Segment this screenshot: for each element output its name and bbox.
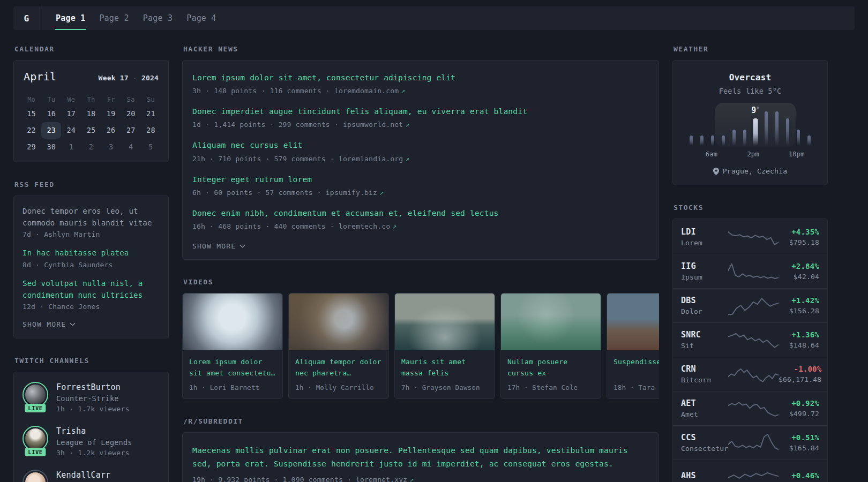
video-card[interactable]: Nullam posuere cursus ex 17h · Stefan Co… <box>500 293 601 399</box>
news-item-stats: 3h · 148 points · 116 comments · <box>192 87 334 95</box>
stock-change-percent: +1.36% <box>789 330 819 339</box>
video-thumbnail[interactable] <box>183 293 282 350</box>
calendar-day: 28 <box>141 122 161 139</box>
video-title-link[interactable]: Nullam posuere cursus ex <box>507 356 594 379</box>
hackernews-show-more-button[interactable]: SHOW MORE <box>192 242 649 250</box>
page-tab[interactable]: Page 3 <box>136 6 179 30</box>
calendar-week-number: Week 17 <box>99 74 129 82</box>
video-thumbnail[interactable] <box>289 293 388 350</box>
stock-quote: +1.36% $148.64 <box>789 330 819 349</box>
reddit-post-title-link[interactable]: Maecenas mollis pulvinar erat non posuer… <box>192 444 649 471</box>
weather-time-label <box>737 150 747 158</box>
app-logo[interactable]: G <box>13 6 40 30</box>
news-domain-link[interactable]: ipsumify.biz <box>326 189 377 197</box>
twitch-channel-row[interactable]: LIVE ForrestBurton Counter-Strike 1h · 1… <box>23 382 160 413</box>
external-link-icon[interactable]: ↗ <box>401 87 405 95</box>
calendar-day: 20 <box>121 106 141 122</box>
stock-row[interactable]: LDI Lorem +4.35% $795.18 <box>673 220 827 254</box>
stock-row[interactable]: DBS Dolor +1.42% $156.28 <box>673 288 827 322</box>
live-badge: LIVE <box>25 448 46 456</box>
avatar-image <box>25 472 46 482</box>
calendar-widget-title: CALENDAR <box>14 45 169 53</box>
external-link-icon[interactable]: ↗ <box>405 120 409 129</box>
news-domain-link[interactable]: loremlandia.org <box>339 155 403 163</box>
video-thumbnail[interactable] <box>395 293 495 350</box>
twitch-channel-row[interactable]: KendallCarr <box>23 470 160 482</box>
video-thumbnail[interactable] <box>501 293 601 350</box>
news-domain-link[interactable]: loremdomain.com <box>334 87 399 95</box>
video-card[interactable]: Aliquam tempor dolor nec pharetra… 1h · … <box>288 293 389 399</box>
channel-info: ForrestBurton Counter-Strike 1h · 1.7k v… <box>56 382 129 413</box>
video-meta: 1h · Lori Barnett <box>189 383 276 391</box>
rss-item-link[interactable]: Donec tempor eros leo, ut commodo mauris… <box>23 206 160 229</box>
stock-price: $156.28 <box>789 307 819 315</box>
stock-row[interactable]: SNRC Sit +1.36% $148.64 <box>673 322 827 357</box>
stock-row[interactable]: AET Amet +0.92% $499.72 <box>673 391 827 425</box>
rss-item-link[interactable]: Sed volutpat nulla nisl, a condimentum n… <box>23 278 160 301</box>
external-link-icon[interactable]: ↗ <box>392 222 396 230</box>
calendar-day: 25 <box>81 122 101 139</box>
stock-name: Consectetur <box>681 445 728 453</box>
calendar-day: 19 <box>101 106 121 122</box>
video-thumbnail[interactable] <box>607 293 659 350</box>
weather-time-label <box>769 150 779 158</box>
video-title-link[interactable]: Mauris sit amet massa felis <box>401 356 488 379</box>
rss-item: Donec tempor eros leo, ut commodo mauris… <box>23 206 160 238</box>
channel-avatar: LIVE <box>23 426 48 451</box>
video-card-body: Lorem ipsum dolor sit amet consectetu… 1… <box>183 350 282 398</box>
weekday-label: We <box>61 94 81 106</box>
top-navigation: G Page 1 Page 2 Page 3 Page 4 <box>13 6 855 30</box>
external-link-icon[interactable]: ↗ <box>409 476 414 482</box>
twitch-channel-row[interactable]: LIVE Trisha League of Legends 3h · 1.2k … <box>23 426 160 457</box>
page-tab[interactable]: Page 4 <box>179 6 223 30</box>
channel-info: Trisha League of Legends 3h · 1.2k viewe… <box>56 426 132 457</box>
video-card[interactable]: Mauris sit amet massa felis 7h · Grayson… <box>394 293 495 399</box>
twitch-widget-title: TWITCH CHANNELS <box>14 357 169 365</box>
news-title-link[interactable]: Lorem ipsum dolor sit amet, consectetur … <box>192 72 649 84</box>
channel-avatar <box>23 470 48 482</box>
weather-time-label <box>717 150 727 158</box>
stock-quote: +0.92% $499.72 <box>789 399 819 418</box>
reddit-post-meta: 19h · 9,932 points · 1,090 comments · lo… <box>192 476 649 482</box>
weather-time-label: 2pm <box>747 150 759 158</box>
rss-item-link[interactable]: In hac habitasse platea <box>23 247 160 259</box>
calendar-widget: CALENDAR April Week 17 · 2024 Mo Tu <box>13 45 169 162</box>
video-title-link[interactable]: Lorem ipsum dolor sit amet consectetu… <box>189 356 276 379</box>
stock-sparkline <box>728 365 779 384</box>
stock-row[interactable]: AHS +0.46% <box>673 460 827 482</box>
video-card[interactable]: Lorem ipsum dolor sit amet consectetu… 1… <box>182 293 283 399</box>
reddit-domain-link[interactable]: loremnet.xyz <box>356 476 407 482</box>
channel-info: KendallCarr <box>56 470 111 482</box>
weather-hour-column <box>772 111 782 146</box>
video-title-link[interactable]: Aliquam tempor dolor nec pharetra… <box>295 356 382 379</box>
rss-item-meta: 12d · Chance Jones <box>23 303 160 311</box>
stock-symbol: SNRC <box>681 330 728 340</box>
current-temp-label: 9° <box>751 107 759 115</box>
rss-show-more-button[interactable]: SHOW MORE <box>23 320 160 328</box>
subreddit-widget-title: /R/SUBREDDIT <box>183 417 659 425</box>
stock-row[interactable]: CRN Bitcorn -1.00% $66,171.48 <box>673 357 827 391</box>
news-domain-link[interactable]: ipsumworld.net <box>343 120 403 129</box>
video-title-link[interactable]: Suspendisse diam <box>613 356 659 379</box>
calendar-day: 1 <box>61 139 81 155</box>
rss-item-meta: 7d · Ashlyn Martin <box>23 230 160 238</box>
video-meta: 18h · Tara <box>613 383 659 391</box>
stock-row[interactable]: IIG Ipsum +2.84% $42.04 <box>673 254 827 288</box>
video-card[interactable]: Suspendisse diam 18h · Tara <box>607 293 659 399</box>
hackernews-widget: HACKER NEWS Lorem ipsum dolor sit amet, … <box>182 45 659 260</box>
stock-name: Amet <box>681 410 728 418</box>
external-link-icon[interactable]: ↗ <box>405 155 409 163</box>
news-domain-link[interactable]: loremtech.co <box>339 222 390 230</box>
stock-row[interactable]: CCS Consectetur +0.51% $165.84 <box>673 425 827 460</box>
news-title-link[interactable]: Donec enim nibh, condimentum et accumsan… <box>192 207 649 220</box>
news-title-link[interactable]: Aliquam nec cursus elit <box>192 139 649 152</box>
page-tab[interactable]: Page 2 <box>92 6 136 30</box>
news-title-link[interactable]: Integer eget rutrum lorem <box>192 174 649 186</box>
page-tab[interactable]: Page 1 <box>49 6 92 30</box>
rss-item: Sed volutpat nulla nisl, a condimentum n… <box>23 278 160 311</box>
news-title-link[interactable]: Donec imperdiet augue tincidunt felis al… <box>192 106 649 118</box>
weather-time-label <box>728 150 737 158</box>
channel-game: League of Legends <box>56 438 132 447</box>
calendar-year: 2024 <box>141 74 159 82</box>
external-link-icon[interactable]: ↗ <box>379 189 384 197</box>
